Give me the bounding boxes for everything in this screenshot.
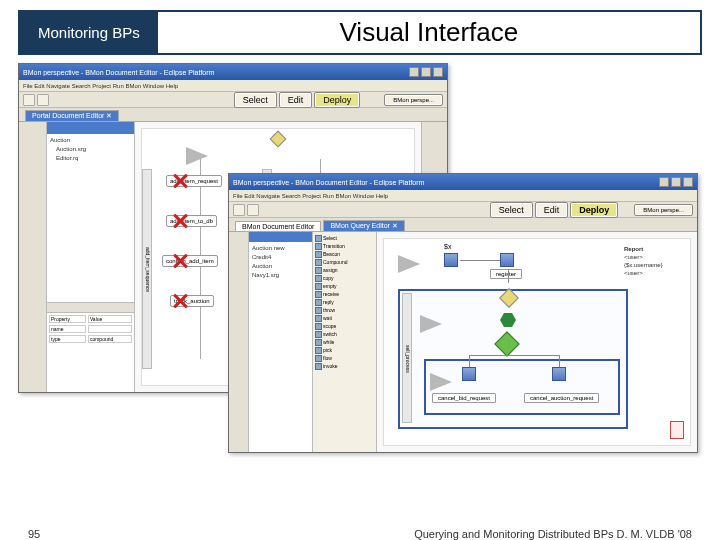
invoke-node-icon[interactable] <box>444 253 458 267</box>
sequence-bar: sell_process <box>402 293 412 423</box>
node-label: cancel_auction_request <box>524 393 599 403</box>
query-canvas[interactable]: Report <user> {$x.username} <user> $x re… <box>377 232 697 452</box>
tool-button[interactable] <box>23 94 35 106</box>
palette-item[interactable]: reply <box>315 298 374 306</box>
header-topic: Monitoring BPs <box>20 12 158 53</box>
cross-out-icon <box>172 173 188 189</box>
menubar[interactable]: File Edit Navigate Search Project Run BM… <box>19 80 447 92</box>
tab-row: Portal Document Editor ✕ <box>19 108 447 122</box>
tool-button[interactable] <box>37 94 49 106</box>
palette-item[interactable]: flow <box>315 354 374 362</box>
tree-item[interactable]: Auction <box>50 136 131 145</box>
minimize-icon[interactable] <box>659 177 669 187</box>
select-button[interactable]: Select <box>490 202 533 218</box>
error-marker-icon <box>670 421 684 439</box>
slide-header: Monitoring BPs Visual Interface <box>18 10 702 55</box>
tree-item[interactable]: Credit4 <box>252 253 309 262</box>
var-label: $x <box>444 243 451 250</box>
project-tree[interactable]: Auction new Credit4 Auction Navy1.srg <box>249 242 312 452</box>
connector <box>559 355 560 367</box>
prop-cell: compound <box>88 335 132 343</box>
report-panel: Report <user> {$x.username} <user> <box>624 245 684 277</box>
palette-item[interactable]: receive <box>315 290 374 298</box>
pointer-arrow-icon <box>186 147 208 165</box>
palette-item[interactable]: Transition <box>315 242 374 250</box>
connector <box>469 355 470 367</box>
palette-item[interactable]: switch <box>315 330 374 338</box>
palette-item[interactable]: Select <box>315 234 374 242</box>
perspective-button[interactable]: BMon perspe... <box>384 94 443 106</box>
report-title: Report <box>624 245 684 253</box>
tab-document-editor[interactable]: BMon Document Editor <box>235 221 321 231</box>
tool-button[interactable] <box>247 204 259 216</box>
footer-caption: Querying and Monitoring Distributed BPs … <box>414 528 692 540</box>
palette-item[interactable]: Beacon <box>315 250 374 258</box>
tree-item[interactable]: Navy1.srg <box>252 271 309 280</box>
toolbar: Select Edit Deploy BMon perspe... <box>229 202 697 218</box>
palette-item[interactable]: invoke <box>315 362 374 370</box>
window-title: BMon perspective - BMon Document Editor … <box>23 69 407 76</box>
tool-button[interactable] <box>233 204 245 216</box>
palette-item[interactable]: Compound <box>315 258 374 266</box>
tree-item[interactable]: Auction.srg <box>50 145 131 154</box>
prop-header: Value <box>88 315 132 323</box>
node-label: register <box>490 269 522 279</box>
tab-query-editor[interactable]: BMon Query Editor ✕ <box>323 220 404 231</box>
report-line: <user> <box>624 253 684 261</box>
gutter <box>19 122 47 392</box>
cross-out-icon <box>172 293 188 309</box>
page-number: 95 <box>28 528 40 540</box>
palette-item[interactable]: assign <box>315 266 374 274</box>
eclipse-window-2: BMon perspective - BMon Document Editor … <box>228 173 698 453</box>
tree-item[interactable]: Auction <box>252 262 309 271</box>
invoke-node-icon[interactable] <box>500 253 514 267</box>
project-tree[interactable]: Auction Auction.srg Editor.rq <box>47 134 134 302</box>
palette-item[interactable]: throw <box>315 306 374 314</box>
palette-item[interactable]: scope <box>315 322 374 330</box>
tree-header <box>47 122 134 134</box>
minimize-icon[interactable] <box>409 67 419 77</box>
palette-item[interactable]: pick <box>315 346 374 354</box>
prop-cell <box>88 325 132 333</box>
report-line: {$x.username} <box>624 261 684 269</box>
edit-button[interactable]: Edit <box>535 202 569 218</box>
palette-item[interactable]: empty <box>315 282 374 290</box>
navigator-pane: Auction Auction.srg Editor.rq PropertyVa… <box>47 122 135 392</box>
deploy-button[interactable]: Deploy <box>314 92 360 108</box>
pointer-arrow-icon <box>420 315 442 333</box>
connector <box>460 260 500 261</box>
pointer-arrow-icon <box>398 255 420 273</box>
report-line: <user> <box>624 269 684 277</box>
slide-title: Visual Interface <box>158 12 700 53</box>
properties-grid: PropertyValue name typecompound <box>47 313 134 345</box>
select-button[interactable]: Select <box>234 92 277 108</box>
palette-item[interactable]: while <box>315 338 374 346</box>
prop-header: Property <box>49 315 86 323</box>
invoke-node-icon[interactable] <box>552 367 566 381</box>
tab-editor[interactable]: Portal Document Editor ✕ <box>25 110 119 121</box>
palette-item[interactable]: wait <box>315 314 374 322</box>
sequence-bar: add_item_sequence <box>142 169 152 369</box>
pointer-arrow-icon <box>430 373 452 391</box>
menubar[interactable]: File Edit Navigate Search Project Run BM… <box>229 190 697 202</box>
tree-item[interactable]: Auction new <box>252 244 309 253</box>
close-icon[interactable] <box>683 177 693 187</box>
tab-row: BMon Document Editor BMon Query Editor ✕ <box>229 218 697 232</box>
cross-out-icon <box>172 253 188 269</box>
properties-pane: PropertyValue name typecompound <box>47 302 134 392</box>
maximize-icon[interactable] <box>671 177 681 187</box>
palette[interactable]: Select Transition Beacon Compound assign… <box>313 232 377 452</box>
node-label: cancel_bid_request <box>432 393 496 403</box>
decision-icon <box>270 131 287 148</box>
close-icon[interactable] <box>433 67 443 77</box>
tree-item[interactable]: Editor.rq <box>50 154 131 163</box>
edit-button[interactable]: Edit <box>279 92 313 108</box>
invoke-node-icon[interactable] <box>462 367 476 381</box>
flow-node[interactable]: confirm_add_item <box>162 255 218 267</box>
perspective-button[interactable]: BMon perspe... <box>634 204 693 216</box>
palette-item[interactable]: copy <box>315 274 374 282</box>
cross-out-icon <box>172 213 188 229</box>
prop-cell: name <box>49 325 86 333</box>
maximize-icon[interactable] <box>421 67 431 77</box>
deploy-button[interactable]: Deploy <box>570 202 618 218</box>
